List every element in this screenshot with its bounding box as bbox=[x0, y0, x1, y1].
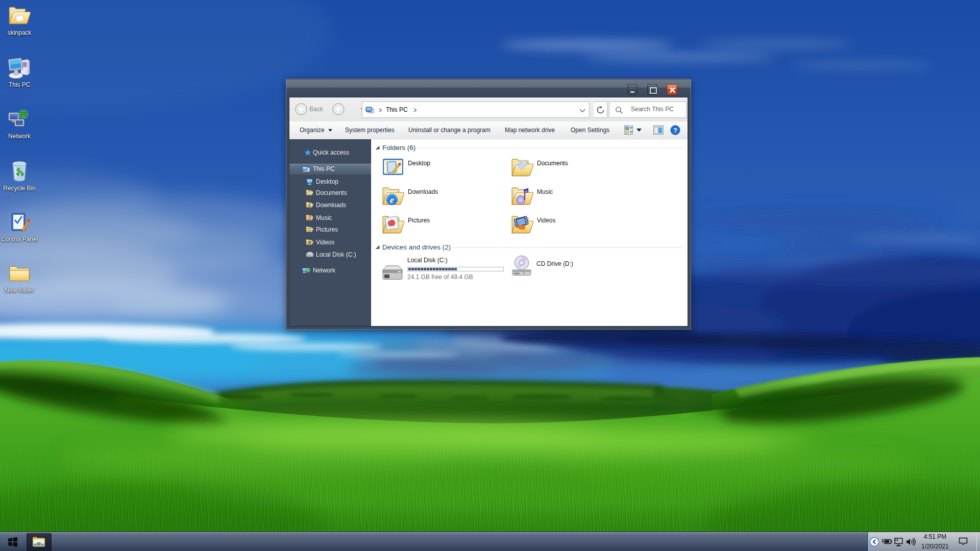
svg-text:Back: Back bbox=[309, 106, 324, 113]
svg-text:?: ? bbox=[673, 127, 677, 134]
svg-text:e: e bbox=[390, 194, 395, 205]
